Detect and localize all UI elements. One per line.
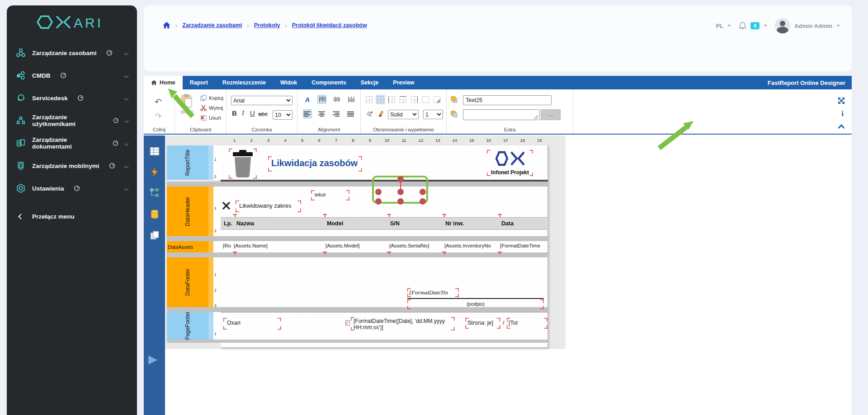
events-icon[interactable] bbox=[150, 167, 160, 177]
band-datafooter[interactable]: DataFooter bbox=[167, 257, 221, 307]
notification-badge[interactable]: 0 bbox=[750, 22, 760, 29]
table-header-cell[interactable]: Data bbox=[501, 220, 514, 227]
cut-button[interactable]: Wytnij bbox=[200, 105, 223, 111]
breadcrumb-link-zasoby[interactable]: Zarządzanie zasobami bbox=[182, 22, 242, 28]
table-header-cell[interactable]: Lp. bbox=[224, 220, 232, 227]
data-cell[interactable]: [FormatDateTime bbox=[500, 243, 540, 248]
report-tree-icon[interactable] bbox=[150, 188, 160, 198]
strikethrough-button[interactable]: abc bbox=[258, 111, 268, 117]
font-color-button[interactable]: A bbox=[303, 95, 312, 104]
band-separator[interactable] bbox=[167, 236, 548, 241]
tab-preview[interactable]: Preview bbox=[386, 76, 421, 89]
menu-toggle[interactable]: Przełącz menu bbox=[7, 205, 137, 228]
home-icon[interactable] bbox=[163, 22, 170, 29]
table-header-row[interactable]: Lp. Nazwa Model S/N Nr inw. Data bbox=[221, 217, 548, 230]
sidebar-item-cmdb[interactable]: CMDB bbox=[7, 64, 137, 87]
band-dataassets[interactable]: DataAssets bbox=[167, 241, 221, 252]
band-separator[interactable] bbox=[167, 182, 548, 187]
scope-label-object[interactable]: Likwidowany zakres bbox=[236, 201, 301, 212]
table-header-cell[interactable]: Model bbox=[327, 220, 343, 227]
tab-raport[interactable]: Raport bbox=[183, 76, 215, 89]
language-selector[interactable]: PL bbox=[716, 23, 724, 29]
expression-input[interactable] bbox=[463, 109, 540, 120]
signature-label-object[interactable]: (podpis) bbox=[407, 299, 544, 309]
footer-date-object[interactable]: [FormatDateTin bbox=[407, 288, 459, 297]
bell-icon[interactable] bbox=[739, 22, 746, 30]
send-to-back-button[interactable] bbox=[449, 109, 459, 119]
pagefooter-page-object[interactable]: Strona: je] bbox=[465, 318, 500, 329]
tekst-object[interactable]: tekst bbox=[311, 190, 349, 201]
table-header-cell[interactable]: S/N bbox=[390, 220, 400, 227]
company-logo-object[interactable]: Infonet Projekt bbox=[487, 150, 533, 176]
pagefooter-total-object[interactable]: [Tot bbox=[507, 318, 547, 329]
run-preview-button[interactable]: ▶ bbox=[148, 353, 157, 365]
paste-button[interactable]: Wklej bbox=[180, 94, 193, 115]
band-separator[interactable] bbox=[167, 340, 548, 343]
bold-button[interactable]: B bbox=[232, 109, 237, 117]
data-cell[interactable]: [Assets.Name] bbox=[234, 243, 268, 248]
border-all-button[interactable] bbox=[364, 95, 374, 104]
properties-icon[interactable] bbox=[150, 146, 160, 156]
title-divider-line-object[interactable] bbox=[221, 180, 548, 182]
sidebar-item-zarzadzanie-mobilnymi[interactable]: Zarządzanie mobilnymi bbox=[7, 154, 137, 177]
data-cell[interactable]: [Assets.InventoryNo bbox=[444, 243, 491, 248]
close-icon[interactable] bbox=[222, 201, 231, 210]
tab-components[interactable]: Components bbox=[304, 76, 353, 89]
band-pagefooter[interactable]: PageFooter bbox=[167, 312, 221, 340]
tab-widok[interactable]: Widok bbox=[273, 76, 304, 89]
data-cell[interactable]: [Assets.SerialNo] bbox=[389, 243, 429, 248]
align-justify-button[interactable] bbox=[346, 109, 355, 118]
report-title-object[interactable]: Likwidacja zasobów bbox=[268, 156, 362, 172]
sidebar-item-servicedesk[interactable]: Servicedesk bbox=[7, 87, 137, 109]
table-header-cell[interactable]: Nazwa bbox=[236, 220, 254, 227]
tab-home[interactable]: Home bbox=[144, 76, 183, 89]
trash-image-object[interactable] bbox=[229, 149, 257, 179]
font-family-select[interactable]: Arial bbox=[231, 96, 292, 105]
band-reporttitle[interactable]: ReportTitle bbox=[167, 145, 221, 180]
fill-color-button[interactable] bbox=[364, 109, 374, 119]
sidebar-item-ustawienia[interactable]: Ustawienia bbox=[7, 177, 137, 200]
data-cell[interactable]: [Ro bbox=[223, 243, 231, 248]
table-header-cell[interactable]: Nr inw. bbox=[445, 220, 464, 227]
redo-button[interactable]: ↷ bbox=[155, 111, 162, 121]
sidebar-item-zarzadzanie-uzytkownikami[interactable]: Zarządzanie użytkownikami bbox=[7, 109, 137, 132]
align-left-button[interactable] bbox=[303, 109, 312, 118]
object-name-input[interactable] bbox=[463, 95, 552, 105]
caret-down-icon[interactable] bbox=[764, 25, 767, 27]
align-center-button[interactable] bbox=[317, 109, 326, 118]
border-none-button[interactable] bbox=[421, 95, 430, 104]
data-sources-icon[interactable] bbox=[150, 210, 160, 219]
tab-rozmieszczenie[interactable]: Rozmieszczenie bbox=[215, 76, 273, 89]
brush-icon-button[interactable] bbox=[376, 109, 385, 119]
font-size-select[interactable]: 10 bbox=[273, 110, 292, 120]
resize-grip-icon[interactable] bbox=[533, 115, 538, 120]
delete-button[interactable]: Usuń bbox=[200, 115, 221, 121]
breadcrumb-link-protokoly[interactable]: Protokoły bbox=[254, 22, 280, 28]
border-top-button[interactable] bbox=[398, 95, 408, 104]
italic-button[interactable]: I bbox=[242, 109, 244, 117]
caret-down-icon[interactable] bbox=[836, 25, 840, 27]
fullscreen-icon[interactable] bbox=[837, 97, 845, 105]
bring-to-front-button[interactable] bbox=[449, 95, 459, 104]
band-dataheader[interactable]: DataHeader bbox=[167, 187, 221, 236]
border-outside-button[interactable] bbox=[376, 95, 385, 104]
vertical-align-bottom-button[interactable] bbox=[346, 95, 355, 104]
expression-more-button[interactable]: ... bbox=[541, 109, 561, 120]
sidebar-item-zarzadzanie-zasobami[interactable]: Zarządzanie zasobami bbox=[7, 42, 137, 64]
breadcrumb-current[interactable]: Protokół likwidacji zasobów bbox=[292, 22, 367, 28]
avatar[interactable] bbox=[775, 18, 790, 33]
vertical-align-center-button[interactable] bbox=[332, 95, 341, 104]
band-separator[interactable] bbox=[167, 252, 548, 257]
signature-line-object[interactable] bbox=[407, 298, 544, 299]
pagefooter-datetime-object[interactable]: [FormatDateTime([Date], 'dd.MM.yyyy HH:m… bbox=[351, 317, 455, 331]
collapse-ribbon-icon[interactable] bbox=[837, 124, 845, 129]
pages-icon[interactable] bbox=[150, 230, 160, 240]
border-color-button[interactable] bbox=[432, 95, 442, 104]
align-right-button[interactable] bbox=[332, 109, 341, 118]
border-style-select[interactable]: Solid bbox=[388, 110, 419, 119]
border-width-select[interactable]: 1 bbox=[423, 110, 443, 119]
user-name[interactable]: Admin Admin bbox=[794, 23, 832, 29]
info-icon[interactable]: i bbox=[841, 109, 844, 118]
sidebar-item-zarzadzanie-dokumentami[interactable]: Zarządzanie dokumentami bbox=[7, 132, 137, 154]
undo-button[interactable]: ↶ bbox=[155, 97, 162, 107]
